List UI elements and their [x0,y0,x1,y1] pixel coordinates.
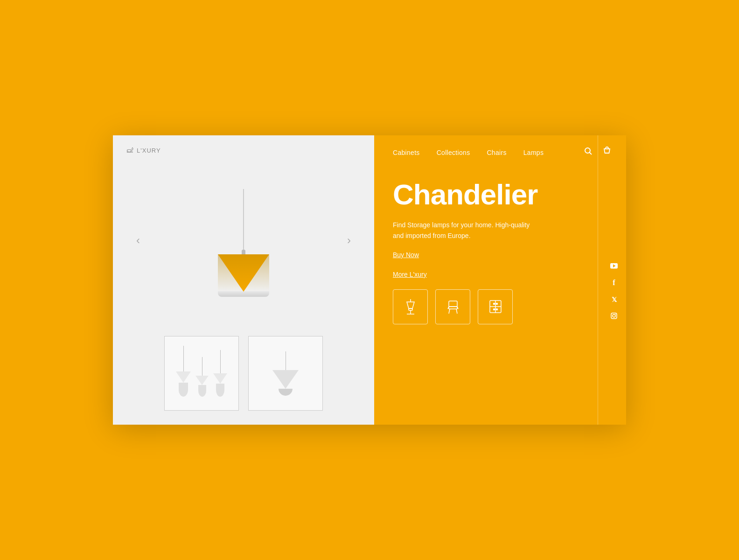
svg-point-19 [496,309,497,310]
product-image [218,189,269,297]
svg-rect-7 [449,301,457,307]
vertical-divider [598,135,598,425]
lamp-shade [218,254,269,292]
content-area: Chandelier Find Storage lamps for your h… [374,169,626,425]
thumbnail-2[interactable] [248,336,323,411]
chair-icon [445,298,461,315]
main-image-area: ‹ › [127,154,360,327]
svg-line-9 [449,309,450,314]
more-link[interactable]: More L'xury [393,271,579,278]
category-chair[interactable] [435,289,470,324]
search-icon [584,147,593,155]
svg-rect-8 [449,307,457,309]
thumbnails [127,336,360,411]
instagram-button[interactable] [610,312,618,321]
lamp-cord [243,189,244,250]
instagram-icon [610,312,618,320]
category-cabinet[interactable] [478,289,513,324]
nav-chairs[interactable]: Chairs [487,149,506,156]
facebook-button[interactable]: f [613,279,615,287]
twitter-icon: 𝕏 [612,296,617,303]
svg-point-16 [493,303,495,305]
product-description: Find Storage lamps for your home. High-q… [393,220,542,241]
twitter-button[interactable]: 𝕏 [612,296,617,303]
right-panel: Cabinets Collections Chairs Lamps [374,135,626,425]
search-button[interactable] [583,146,593,159]
svg-point-23 [613,315,615,317]
social-icons: f 𝕏 [610,263,618,321]
logo-text: L'XURY [137,147,161,154]
next-arrow[interactable]: › [342,229,356,252]
logo-area[interactable]: 🛋 L'XURY [127,147,161,154]
svg-point-24 [615,314,616,315]
nav-lamps[interactable]: Lamps [523,149,544,156]
facebook-icon: f [613,279,615,287]
nav-cabinets[interactable]: Cabinets [393,149,420,156]
navbar: Cabinets Collections Chairs Lamps [374,135,626,169]
prev-arrow[interactable]: ‹ [132,229,145,252]
svg-line-1 [590,153,592,155]
svg-rect-4 [409,308,412,310]
logo-icon: 🛋 [127,147,134,154]
svg-point-17 [493,309,495,310]
svg-line-10 [456,309,457,314]
cart-button[interactable] [602,146,612,159]
svg-marker-3 [407,302,414,308]
thumbnail-1[interactable] [164,336,239,411]
buy-now-link[interactable]: Buy Now [393,251,579,259]
lamp-icon [402,298,419,315]
svg-rect-22 [611,313,617,319]
page-wrapper: 🛋 L'XURY ‹ › [113,135,626,425]
nav-items: Cabinets Collections Chairs Lamps [393,149,583,156]
svg-point-18 [496,303,497,305]
nav-collections[interactable]: Collections [437,149,470,156]
cart-icon [603,147,611,156]
youtube-button[interactable] [610,263,618,270]
product-title: Chandelier [393,179,579,210]
youtube-icon [610,263,618,269]
category-lamp[interactable] [393,289,428,324]
thumb-single-lamp [272,351,299,396]
svg-point-0 [585,148,590,153]
cabinet-icon [487,298,504,315]
category-icons [393,289,579,324]
left-panel: 🛋 L'XURY ‹ › [113,135,374,425]
